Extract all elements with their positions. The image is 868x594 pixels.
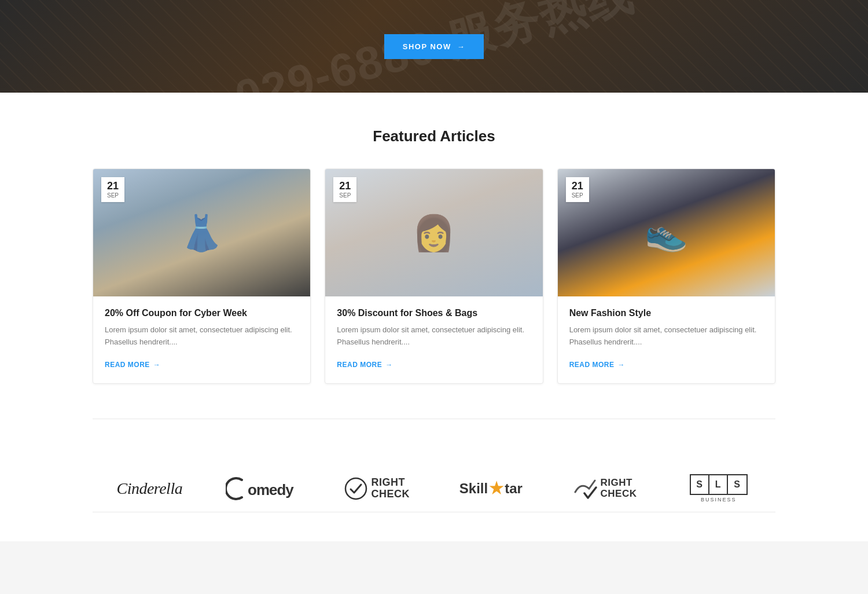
rightcheck1-text: RIGHT CHECK: [371, 477, 410, 500]
brand-cinderella: Cinderella: [93, 465, 207, 512]
date-badge-1: 21 SEP: [101, 177, 124, 202]
date-badge-2: 21 SEP: [333, 177, 356, 202]
sls-s2: S: [728, 475, 746, 494]
read-more-link-1[interactable]: READ MORE →: [105, 361, 160, 369]
date-day-1: 21: [107, 181, 119, 191]
article-excerpt-1: Lorem ipsum dolor sit amet, consectetuer…: [105, 324, 299, 349]
article-excerpt-2: Lorem ipsum dolor sit amet, consectetuer…: [337, 324, 531, 349]
date-day-2: 21: [339, 181, 351, 191]
rightcheck2-logo: RIGHT CHECK: [573, 476, 637, 501]
article-card-1: 21 SEP 20% Off Coupon for Cyber Week Lor…: [93, 168, 311, 384]
skillstar-logo: Skill ★ tar: [459, 479, 523, 498]
hero-banner: 029-6880 服务热线 SHOP NOW →: [0, 0, 868, 93]
date-day-3: 21: [572, 181, 583, 191]
article-body-3: New Fashion Style Lorem ipsum dolor sit …: [558, 296, 775, 383]
arrow-icon-3: →: [618, 361, 626, 369]
read-more-label-3: READ MORE: [569, 361, 615, 369]
rightcheck1-logo: RIGHT CHECK: [344, 477, 410, 500]
shop-now-button[interactable]: SHOP NOW →: [384, 34, 484, 59]
shop-now-label: SHOP NOW: [403, 42, 451, 51]
date-month-3: SEP: [572, 192, 583, 199]
brands-grid: Cinderella omedy RIGHT CHECK: [93, 465, 775, 512]
comedy-svg: omedy: [226, 474, 301, 503]
rightcheck2-text: RIGHT CHECK: [601, 478, 637, 499]
article-image-wrap-1: 21 SEP: [93, 169, 310, 296]
comedy-logo: omedy: [226, 474, 301, 503]
article-card-3: 21 SEP New Fashion Style Lorem ipsum dol…: [557, 168, 775, 384]
brand-rightcheck1: RIGHT CHECK: [320, 465, 434, 512]
brand-comedy: omedy: [207, 465, 321, 512]
read-more-label-2: READ MORE: [337, 361, 382, 369]
read-more-link-3[interactable]: READ MORE →: [569, 361, 625, 369]
brands-section: Cinderella omedy RIGHT CHECK: [0, 442, 868, 541]
divider-top: [93, 419, 775, 419]
article-body-2: 30% Discount for Shoes & Bags Lorem ipsu…: [325, 296, 542, 383]
sls-logo: S L S BUSINESS: [690, 474, 748, 503]
article-title-1: 20% Off Coupon for Cyber Week: [105, 308, 299, 318]
article-title-2: 30% Discount for Shoes & Bags: [337, 308, 531, 318]
divider-bottom: [93, 512, 775, 512]
tar-text: tar: [505, 481, 523, 497]
rightcheck1-icon: [344, 477, 367, 500]
date-month-2: SEP: [339, 192, 351, 199]
brand-rightcheck2: RIGHT CHECK: [548, 465, 662, 512]
main-content: Featured Articles 21 SEP 20% Off Coupon …: [0, 93, 868, 442]
sls-s1: S: [691, 475, 709, 494]
article-image-wrap-3: 21 SEP: [558, 169, 775, 296]
skill-text: Skill: [459, 481, 488, 497]
sls-l: L: [709, 475, 728, 494]
sls-label: BUSINESS: [701, 497, 737, 503]
sls-boxes: S L S: [690, 474, 748, 495]
svg-point-1: [345, 478, 366, 499]
article-excerpt-3: Lorem ipsum dolor sit amet, consectetuer…: [569, 324, 763, 349]
svg-text:omedy: omedy: [248, 481, 294, 498]
article-image-1: [93, 169, 310, 296]
brand-skillstar: Skill ★ tar: [434, 465, 548, 512]
date-month-1: SEP: [107, 192, 119, 199]
arrow-icon: →: [457, 42, 466, 51]
arrow-icon-2: →: [385, 361, 393, 369]
article-body-1: 20% Off Coupon for Cyber Week Lorem ipsu…: [93, 296, 310, 383]
arrow-icon-1: →: [153, 361, 161, 369]
brand-sls: S L S BUSINESS: [661, 465, 775, 512]
article-title-3: New Fashion Style: [569, 308, 763, 318]
star-icon: ★: [489, 479, 503, 498]
article-image-wrap-2: 21 SEP: [325, 169, 542, 296]
date-badge-3: 21 SEP: [566, 177, 589, 202]
article-card-2: 21 SEP 30% Discount for Shoes & Bags Lor…: [325, 168, 543, 384]
read-more-label-1: READ MORE: [105, 361, 150, 369]
section-title: Featured Articles: [12, 127, 856, 145]
article-image-2: [325, 169, 542, 296]
cinderella-logo: Cinderella: [116, 479, 182, 498]
rightcheck2-icon: [573, 476, 598, 501]
articles-grid: 21 SEP 20% Off Coupon for Cyber Week Lor…: [93, 168, 775, 384]
read-more-link-2[interactable]: READ MORE →: [337, 361, 392, 369]
article-image-3: [558, 169, 775, 296]
